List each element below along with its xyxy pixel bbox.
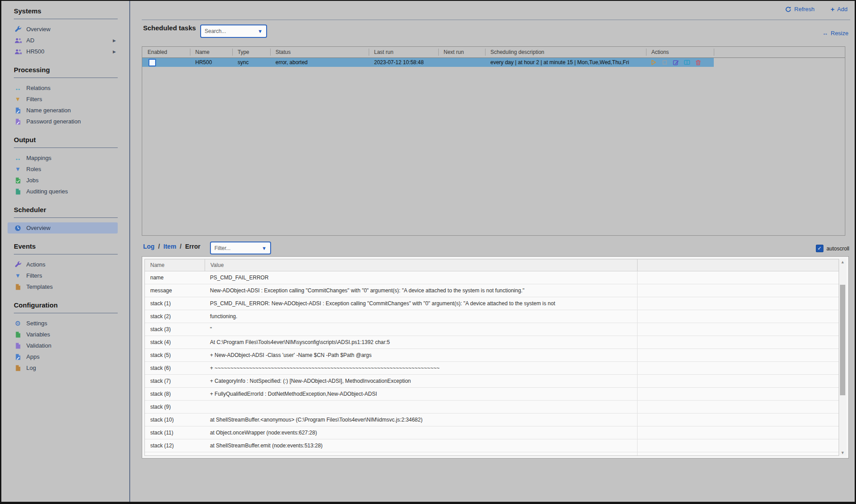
section-divider [14,19,118,19]
log-row[interactable]: message New-ADObject-ADSI : Exception ca… [145,284,839,297]
sidebar-section-systems: Systems Overview AD ▶ HR500 ▶ [1,7,129,57]
log-row-spacer [637,452,839,456]
sidebar-item-label: Apps [26,353,40,360]
log-row-name: stack (1) [145,300,205,307]
log-row[interactable]: stack (1) PS_CMD_FAIL_ERROR: New-ADObjec… [145,297,839,310]
log-row-value: + New-ADObject-ADSI -Class 'user' -Name … [205,352,637,358]
log-row[interactable]: stack (8) + FullyQualifiedErrorId : DotN… [145,388,839,401]
sidebar-item-password-generation[interactable]: Password generation [1,116,118,127]
tab-separator: / [180,243,181,250]
task-enabled-cell [142,59,190,66]
sidebar-item-settings[interactable]: ⚙ Settings [1,318,118,329]
log-row[interactable]: stack (2) functioning. [145,310,839,323]
tab-log[interactable]: Log [143,243,155,250]
column-header-status[interactable]: Status [270,47,369,57]
log-row[interactable]: stack (7) + CategoryInfo : NotSpecified:… [145,375,839,388]
sidebar-item-actions[interactable]: Actions [1,259,118,270]
open-book-icon[interactable] [684,59,690,66]
scroll-up-icon[interactable]: ▲ [839,259,846,265]
log-row-name: stack (2) [145,313,205,320]
edit-task-icon[interactable] [673,59,679,66]
sidebar-item-label: Name generation [26,107,71,114]
sidebar-item-label: AD [26,37,34,44]
sidebar-item-systems-overview[interactable]: Overview [1,24,118,35]
document-edit-icon [14,118,22,125]
add-label: Add [837,6,848,12]
column-header-scheduling-description[interactable]: Scheduling description [485,47,646,57]
sidebar-item-validation[interactable]: Validation [1,340,118,351]
log-row[interactable]: stack (10) at ShellStreamBuffer.<anonymo… [145,414,839,426]
log-row[interactable]: stack (13) at ShellStreamBuffer._write (… [145,452,839,456]
log-row-spacer [637,375,839,387]
log-row[interactable]: stack (12) at ShellStreamBuffer.emit (no… [145,439,839,452]
sidebar-item-roles[interactable]: ▼ Roles [1,164,118,175]
column-header-actions[interactable]: Actions [646,47,714,57]
log-row-value: at ShellStreamBuffer._write (C:\Program … [205,455,637,456]
log-row[interactable]: name PS_CMD_FAIL_ERROR [145,271,839,284]
log-row-spacer [637,310,839,323]
log-column-value[interactable]: Value [205,259,637,271]
sidebar-item-name-generation[interactable]: Name generation [1,105,118,116]
tab-error[interactable]: Error [185,243,200,250]
log-row-spacer [637,349,839,361]
sidebar-item-label: Mappings [26,155,51,161]
sidebar-item-templates[interactable]: Templates [1,281,118,292]
log-row[interactable]: stack (9) [145,401,839,414]
sidebar-item-systems-hr500[interactable]: HR500 ▶ [1,46,118,57]
run-task-icon[interactable] [650,59,657,66]
log-row-name: stack (4) [145,339,205,345]
task-enabled-checkbox[interactable] [148,59,156,66]
column-header-next-run[interactable]: Next run [438,47,485,57]
resize-button[interactable]: ↔ Resize [822,30,848,37]
log-row-spacer [637,426,839,439]
toolbar: Refresh + Add [785,5,848,13]
sidebar-item-label: Overview [26,225,50,231]
sidebar-item-apps[interactable]: Apps [1,351,118,362]
autoscroll-checkbox[interactable]: ✓ [816,245,823,252]
log-column-name[interactable]: Name [145,262,205,268]
scrollbar-thumb[interactable] [840,285,845,395]
column-header-last-run[interactable]: Last run [369,47,438,57]
log-row[interactable]: stack (6) + ~~~~~~~~~~~~~~~~~~~~~~~~~~~~… [145,362,839,375]
log-row[interactable]: stack (11) at Object.onceWrapper (node:e… [145,426,839,439]
log-row[interactable]: stack (3) " [145,323,839,336]
autoscroll-label: autoscroll [827,246,849,252]
stop-task-icon[interactable] [662,59,668,66]
column-header-name[interactable]: Name [190,47,232,57]
funnel-icon: ▼ [14,272,22,279]
sidebar-item-log[interactable]: Log [1,362,118,373]
task-search-dropdown[interactable]: Search... ▼ [200,25,267,38]
document-edit-icon [14,353,22,361]
column-header-type[interactable]: Type [232,47,270,57]
add-button[interactable]: + Add [831,5,848,13]
scroll-down-icon[interactable]: ▼ [839,450,846,456]
tab-item[interactable]: Item [164,243,177,250]
sidebar-item-auditing-queries[interactable]: Auditing queries [1,186,118,197]
sidebar-item-label: Variables [26,331,50,338]
section-title: Scheduler [14,206,118,213]
log-row[interactable]: stack (5) + New-ADObject-ADSI -Class 'us… [145,349,839,362]
sidebar-item-mappings[interactable]: ↔ Mappings [1,152,118,164]
gear-icon: ⚙ [14,320,22,328]
task-row-selected[interactable]: HR500 sync error, aborted 2023-07-12 10:… [142,58,714,67]
log-row-name: stack (7) [145,378,205,384]
arrows-icon: ↔ [14,154,22,162]
sidebar-item-variables[interactable]: Variables [1,329,118,340]
chevron-right-icon: ▶ [113,49,118,54]
log-filter-dropdown[interactable]: Filter... ▼ [210,242,271,254]
sidebar-item-filters-processing[interactable]: ▼ Filters [1,94,118,105]
section-title: Output [14,136,118,143]
sidebar-item-relations[interactable]: ↔ Relations [1,82,118,94]
column-header-enabled[interactable]: Enabled [142,47,190,57]
log-row-name: stack (5) [145,352,205,358]
log-scrollbar[interactable]: ▲ ▼ [839,259,846,456]
sidebar-item-scheduler-overview[interactable]: Overview [8,222,118,234]
delete-task-icon[interactable] [695,59,701,66]
sidebar-item-jobs[interactable]: Jobs [1,175,118,186]
sidebar-item-systems-ad[interactable]: AD ▶ [1,35,118,46]
task-type-cell: sync [232,59,270,66]
refresh-button[interactable]: Refresh [785,6,815,13]
sidebar-item-filters-events[interactable]: ▼ Filters [1,270,118,281]
log-row[interactable]: stack (4) At C:\Program Files\Tools4ever… [145,336,839,349]
section-divider [14,217,118,218]
